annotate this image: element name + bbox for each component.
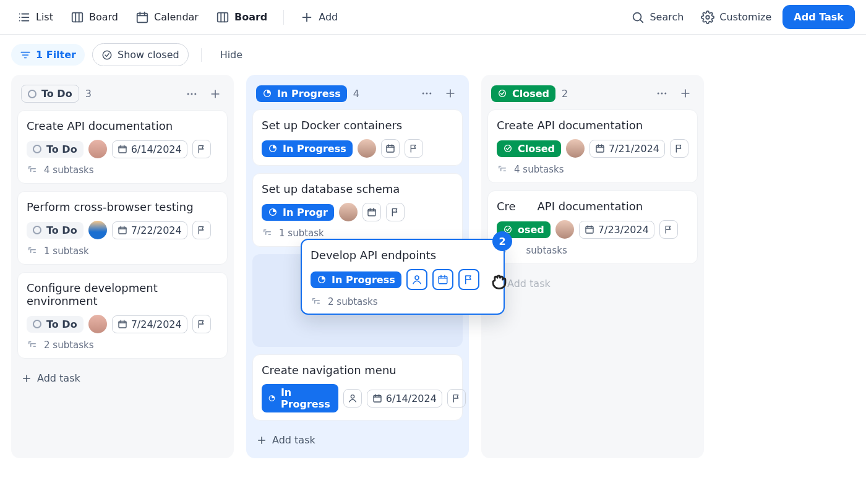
assignee-placeholder[interactable]	[343, 389, 362, 408]
priority-flag-button[interactable]	[447, 389, 466, 408]
svg-rect-19	[368, 209, 375, 216]
task-card[interactable]: Perform cross-browser testing To Do 7/22…	[17, 191, 228, 265]
task-status-label: In Progress	[281, 387, 332, 410]
plus-icon	[209, 88, 221, 100]
due-date-chip[interactable]: 7/22/2024	[112, 221, 187, 239]
progress-icon	[317, 275, 327, 284]
plus-icon	[21, 373, 32, 384]
task-status-pill[interactable]: To Do	[27, 141, 84, 158]
view-board-active[interactable]: Board	[210, 7, 273, 28]
task-status-pill[interactable]: In Progress	[311, 271, 401, 288]
due-date-chip[interactable]: 7/24/2024	[112, 315, 187, 333]
plus-icon	[444, 87, 457, 100]
column-add-button[interactable]	[442, 85, 459, 102]
task-status-pill[interactable]: In Progr	[262, 204, 334, 221]
customize-button[interactable]: Customize	[695, 7, 778, 28]
due-date-chip[interactable]: 7/21/2024	[589, 140, 665, 158]
calendar-icon	[135, 11, 149, 24]
flag-icon	[197, 225, 207, 235]
view-board-1[interactable]: Board	[64, 7, 124, 28]
hide-label: Hide	[220, 49, 242, 61]
task-card[interactable]: Create API documentation To Do 6/14/2024…	[17, 110, 228, 184]
task-status-pill[interactable]: To Do	[27, 316, 84, 333]
due-date-button[interactable]	[362, 203, 381, 221]
column-add-button[interactable]	[207, 85, 224, 103]
svg-rect-29	[596, 145, 604, 152]
task-card[interactable]: Create navigation menu In Progress 6/14/…	[252, 354, 463, 421]
customize-label: Customize	[719, 11, 771, 23]
column-status-pill[interactable]: In Progress	[256, 85, 347, 102]
view-list[interactable]: List	[11, 7, 59, 28]
due-date-chip[interactable]: 6/14/2024	[367, 390, 442, 408]
due-date-button[interactable]	[381, 139, 400, 158]
assignee-placeholder[interactable]	[406, 269, 427, 290]
add-task-in-column[interactable]: Add task	[17, 366, 84, 390]
priority-flag-button[interactable]	[386, 203, 405, 221]
svg-point-25	[658, 93, 659, 95]
task-status-label: osed	[518, 224, 544, 236]
add-task-button[interactable]: Add Task	[782, 5, 855, 29]
hide-button[interactable]: Hide	[214, 45, 249, 64]
assignee-avatar[interactable]	[88, 315, 107, 333]
task-status-label: In Progress	[283, 143, 346, 155]
column-menu-button[interactable]	[418, 85, 435, 102]
task-card[interactable]: Create API documentation osed 7/23/2024 …	[487, 190, 698, 264]
task-title: Set up Docker containers	[262, 119, 453, 132]
user-icon	[411, 274, 422, 285]
view-board-label-1: Board	[89, 11, 118, 23]
column-status-pill[interactable]: Closed	[491, 85, 555, 102]
priority-flag-button[interactable]	[405, 139, 423, 158]
column-add-button[interactable]	[677, 85, 694, 102]
priority-flag-button[interactable]	[192, 221, 211, 239]
subtasks-icon	[27, 164, 38, 176]
task-status-label: To Do	[46, 224, 77, 236]
task-status-pill[interactable]: Closed	[497, 140, 561, 157]
priority-flag-button[interactable]	[659, 220, 678, 239]
task-status-pill[interactable]: In Progress	[262, 384, 338, 412]
column-menu-button[interactable]	[653, 85, 671, 102]
task-card[interactable]: Set up Docker containers In Progress	[252, 109, 463, 166]
priority-flag-button[interactable]	[192, 140, 211, 158]
assignee-avatar[interactable]	[88, 221, 107, 239]
svg-rect-17	[387, 145, 394, 152]
search-button[interactable]: Search	[625, 7, 690, 28]
add-view-button[interactable]: Add	[294, 7, 344, 28]
assignee-avatar[interactable]	[358, 139, 376, 158]
progress-icon	[262, 88, 272, 98]
task-status-label: In Progr	[283, 207, 328, 218]
assignee-avatar[interactable]	[566, 139, 585, 158]
calendar-icon	[372, 393, 382, 403]
calendar-icon	[385, 143, 395, 153]
add-task-in-column[interactable]: Add task	[252, 428, 319, 452]
svg-point-6	[187, 93, 189, 95]
flag-icon	[664, 224, 674, 234]
show-closed-toggle[interactable]: Show closed	[92, 43, 189, 66]
task-card[interactable]: Set up database schema In Progr 1 subtas…	[252, 173, 463, 247]
priority-flag-button[interactable]	[192, 315, 211, 333]
subtask-meta: 2 subtasks	[311, 296, 495, 307]
due-date-chip[interactable]: 7/23/2024	[579, 221, 654, 239]
assignee-avatar[interactable]	[88, 140, 107, 158]
task-card[interactable]: Create API documentation Closed 7/21/202…	[487, 109, 698, 183]
assignee-avatar[interactable]	[555, 220, 574, 239]
column-status-pill[interactable]: To Do	[21, 85, 79, 103]
filter-button[interactable]: 1 Filter	[11, 44, 85, 66]
task-card[interactable]: Configure development environment To Do …	[17, 272, 228, 359]
column-menu-button[interactable]	[183, 85, 200, 103]
due-date-chip[interactable]: 6/14/2024	[112, 140, 187, 158]
grab-cursor-icon	[489, 271, 510, 292]
subtask-count: 1 subtask	[44, 246, 89, 257]
svg-point-33	[415, 276, 419, 280]
due-date-button[interactable]	[432, 269, 453, 290]
svg-rect-34	[439, 276, 447, 284]
svg-point-14	[426, 93, 428, 95]
dragging-task-card[interactable]: 2 Develop API endpoints In Progress 2 su…	[301, 239, 505, 315]
task-status-pill[interactable]: In Progress	[262, 140, 353, 157]
flag-icon	[463, 274, 474, 285]
view-board-label-active: Board	[234, 11, 267, 23]
view-calendar[interactable]: Calendar	[129, 7, 205, 28]
task-status-pill[interactable]: To Do	[27, 222, 84, 239]
assignee-avatar[interactable]	[339, 203, 358, 221]
priority-flag-button[interactable]	[458, 269, 479, 290]
priority-flag-button[interactable]	[670, 139, 688, 158]
